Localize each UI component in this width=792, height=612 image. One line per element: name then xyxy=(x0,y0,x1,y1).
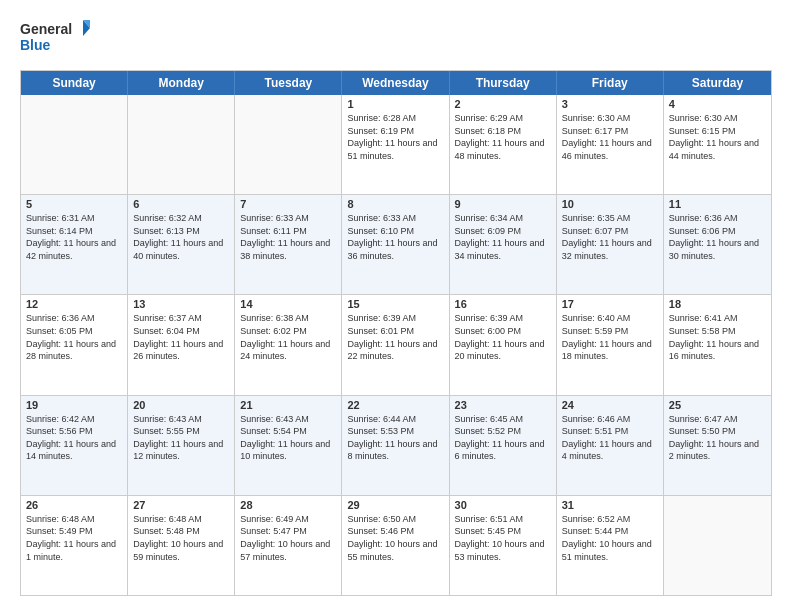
day-header-friday: Friday xyxy=(557,71,664,95)
day-cell-8: 8Sunrise: 6:33 AMSunset: 6:10 PMDaylight… xyxy=(342,195,449,294)
day-number: 3 xyxy=(562,98,658,110)
day-info: Sunrise: 6:30 AMSunset: 6:17 PMDaylight:… xyxy=(562,112,658,162)
day-number: 16 xyxy=(455,298,551,310)
day-number: 7 xyxy=(240,198,336,210)
day-cell-4: 4Sunrise: 6:30 AMSunset: 6:15 PMDaylight… xyxy=(664,95,771,194)
day-info: Sunrise: 6:49 AMSunset: 5:47 PMDaylight:… xyxy=(240,513,336,563)
day-cell-30: 30Sunrise: 6:51 AMSunset: 5:45 PMDayligh… xyxy=(450,496,557,595)
day-cell-empty-0-1 xyxy=(128,95,235,194)
day-number: 21 xyxy=(240,399,336,411)
day-cell-empty-0-2 xyxy=(235,95,342,194)
day-number: 13 xyxy=(133,298,229,310)
day-number: 28 xyxy=(240,499,336,511)
day-info: Sunrise: 6:29 AMSunset: 6:18 PMDaylight:… xyxy=(455,112,551,162)
calendar-row-2: 12Sunrise: 6:36 AMSunset: 6:05 PMDayligh… xyxy=(21,294,771,394)
day-info: Sunrise: 6:37 AMSunset: 6:04 PMDaylight:… xyxy=(133,312,229,362)
day-header-wednesday: Wednesday xyxy=(342,71,449,95)
day-info: Sunrise: 6:45 AMSunset: 5:52 PMDaylight:… xyxy=(455,413,551,463)
day-number: 15 xyxy=(347,298,443,310)
calendar-row-1: 5Sunrise: 6:31 AMSunset: 6:14 PMDaylight… xyxy=(21,194,771,294)
day-cell-28: 28Sunrise: 6:49 AMSunset: 5:47 PMDayligh… xyxy=(235,496,342,595)
header: General Blue xyxy=(20,16,772,60)
day-cell-22: 22Sunrise: 6:44 AMSunset: 5:53 PMDayligh… xyxy=(342,396,449,495)
day-number: 23 xyxy=(455,399,551,411)
day-info: Sunrise: 6:46 AMSunset: 5:51 PMDaylight:… xyxy=(562,413,658,463)
day-info: Sunrise: 6:28 AMSunset: 6:19 PMDaylight:… xyxy=(347,112,443,162)
day-header-tuesday: Tuesday xyxy=(235,71,342,95)
day-number: 12 xyxy=(26,298,122,310)
day-number: 6 xyxy=(133,198,229,210)
day-cell-15: 15Sunrise: 6:39 AMSunset: 6:01 PMDayligh… xyxy=(342,295,449,394)
day-cell-7: 7Sunrise: 6:33 AMSunset: 6:11 PMDaylight… xyxy=(235,195,342,294)
day-number: 31 xyxy=(562,499,658,511)
day-number: 25 xyxy=(669,399,766,411)
day-cell-20: 20Sunrise: 6:43 AMSunset: 5:55 PMDayligh… xyxy=(128,396,235,495)
calendar-row-4: 26Sunrise: 6:48 AMSunset: 5:49 PMDayligh… xyxy=(21,495,771,595)
day-info: Sunrise: 6:32 AMSunset: 6:13 PMDaylight:… xyxy=(133,212,229,262)
day-info: Sunrise: 6:48 AMSunset: 5:49 PMDaylight:… xyxy=(26,513,122,563)
day-number: 26 xyxy=(26,499,122,511)
day-number: 9 xyxy=(455,198,551,210)
day-cell-23: 23Sunrise: 6:45 AMSunset: 5:52 PMDayligh… xyxy=(450,396,557,495)
day-cell-11: 11Sunrise: 6:36 AMSunset: 6:06 PMDayligh… xyxy=(664,195,771,294)
day-info: Sunrise: 6:42 AMSunset: 5:56 PMDaylight:… xyxy=(26,413,122,463)
day-cell-26: 26Sunrise: 6:48 AMSunset: 5:49 PMDayligh… xyxy=(21,496,128,595)
day-info: Sunrise: 6:43 AMSunset: 5:54 PMDaylight:… xyxy=(240,413,336,463)
page: General Blue SundayMondayTuesdayWednesda… xyxy=(0,0,792,612)
day-info: Sunrise: 6:30 AMSunset: 6:15 PMDaylight:… xyxy=(669,112,766,162)
day-info: Sunrise: 6:47 AMSunset: 5:50 PMDaylight:… xyxy=(669,413,766,463)
day-info: Sunrise: 6:44 AMSunset: 5:53 PMDaylight:… xyxy=(347,413,443,463)
day-info: Sunrise: 6:41 AMSunset: 5:58 PMDaylight:… xyxy=(669,312,766,362)
day-number: 11 xyxy=(669,198,766,210)
day-cell-6: 6Sunrise: 6:32 AMSunset: 6:13 PMDaylight… xyxy=(128,195,235,294)
day-info: Sunrise: 6:48 AMSunset: 5:48 PMDaylight:… xyxy=(133,513,229,563)
day-number: 5 xyxy=(26,198,122,210)
calendar-header-row: SundayMondayTuesdayWednesdayThursdayFrid… xyxy=(21,71,771,95)
logo: General Blue xyxy=(20,16,90,60)
day-info: Sunrise: 6:33 AMSunset: 6:11 PMDaylight:… xyxy=(240,212,336,262)
day-cell-empty-4-6 xyxy=(664,496,771,595)
day-number: 1 xyxy=(347,98,443,110)
day-info: Sunrise: 6:33 AMSunset: 6:10 PMDaylight:… xyxy=(347,212,443,262)
day-info: Sunrise: 6:39 AMSunset: 6:01 PMDaylight:… xyxy=(347,312,443,362)
day-info: Sunrise: 6:40 AMSunset: 5:59 PMDaylight:… xyxy=(562,312,658,362)
day-cell-2: 2Sunrise: 6:29 AMSunset: 6:18 PMDaylight… xyxy=(450,95,557,194)
day-number: 19 xyxy=(26,399,122,411)
day-info: Sunrise: 6:39 AMSunset: 6:00 PMDaylight:… xyxy=(455,312,551,362)
day-number: 14 xyxy=(240,298,336,310)
svg-text:General: General xyxy=(20,21,72,37)
day-number: 29 xyxy=(347,499,443,511)
calendar-body: 1Sunrise: 6:28 AMSunset: 6:19 PMDaylight… xyxy=(21,95,771,595)
day-cell-1: 1Sunrise: 6:28 AMSunset: 6:19 PMDaylight… xyxy=(342,95,449,194)
day-number: 20 xyxy=(133,399,229,411)
day-number: 8 xyxy=(347,198,443,210)
day-header-monday: Monday xyxy=(128,71,235,95)
day-cell-18: 18Sunrise: 6:41 AMSunset: 5:58 PMDayligh… xyxy=(664,295,771,394)
day-info: Sunrise: 6:31 AMSunset: 6:14 PMDaylight:… xyxy=(26,212,122,262)
day-info: Sunrise: 6:50 AMSunset: 5:46 PMDaylight:… xyxy=(347,513,443,563)
day-number: 27 xyxy=(133,499,229,511)
day-number: 10 xyxy=(562,198,658,210)
day-cell-5: 5Sunrise: 6:31 AMSunset: 6:14 PMDaylight… xyxy=(21,195,128,294)
day-info: Sunrise: 6:38 AMSunset: 6:02 PMDaylight:… xyxy=(240,312,336,362)
day-header-sunday: Sunday xyxy=(21,71,128,95)
calendar-row-0: 1Sunrise: 6:28 AMSunset: 6:19 PMDaylight… xyxy=(21,95,771,194)
day-header-thursday: Thursday xyxy=(450,71,557,95)
day-cell-3: 3Sunrise: 6:30 AMSunset: 6:17 PMDaylight… xyxy=(557,95,664,194)
day-info: Sunrise: 6:36 AMSunset: 6:05 PMDaylight:… xyxy=(26,312,122,362)
calendar-row-3: 19Sunrise: 6:42 AMSunset: 5:56 PMDayligh… xyxy=(21,395,771,495)
day-number: 22 xyxy=(347,399,443,411)
calendar: SundayMondayTuesdayWednesdayThursdayFrid… xyxy=(20,70,772,596)
day-cell-24: 24Sunrise: 6:46 AMSunset: 5:51 PMDayligh… xyxy=(557,396,664,495)
svg-text:Blue: Blue xyxy=(20,37,51,53)
day-cell-empty-0-0 xyxy=(21,95,128,194)
day-cell-12: 12Sunrise: 6:36 AMSunset: 6:05 PMDayligh… xyxy=(21,295,128,394)
day-number: 4 xyxy=(669,98,766,110)
day-info: Sunrise: 6:36 AMSunset: 6:06 PMDaylight:… xyxy=(669,212,766,262)
day-cell-14: 14Sunrise: 6:38 AMSunset: 6:02 PMDayligh… xyxy=(235,295,342,394)
day-cell-13: 13Sunrise: 6:37 AMSunset: 6:04 PMDayligh… xyxy=(128,295,235,394)
day-info: Sunrise: 6:35 AMSunset: 6:07 PMDaylight:… xyxy=(562,212,658,262)
day-info: Sunrise: 6:34 AMSunset: 6:09 PMDaylight:… xyxy=(455,212,551,262)
day-number: 24 xyxy=(562,399,658,411)
day-number: 17 xyxy=(562,298,658,310)
